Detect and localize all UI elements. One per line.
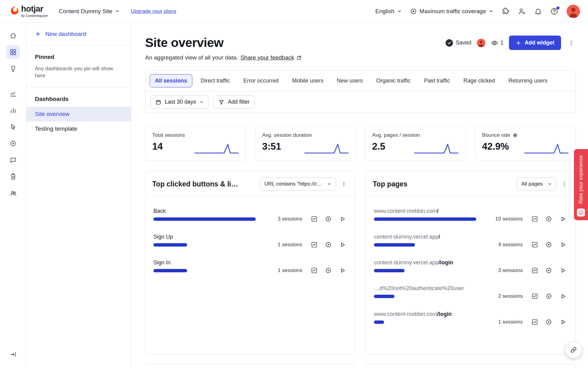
tab-new-users[interactable]: New users xyxy=(332,74,368,87)
heatmap-icon[interactable] xyxy=(324,240,333,249)
tab-all-sessions[interactable]: All sessions xyxy=(150,74,192,87)
heatmap-icon[interactable] xyxy=(544,266,553,275)
language-selector[interactable]: English xyxy=(375,8,402,15)
add-widget-button[interactable]: Add widget xyxy=(509,36,561,50)
trends-chart-icon[interactable] xyxy=(310,240,319,249)
trends-chart-icon[interactable] xyxy=(310,214,319,224)
row-actions: 10 sessions xyxy=(495,214,567,224)
heatmap-icon[interactable] xyxy=(324,214,333,224)
play-recording-icon[interactable] xyxy=(338,214,347,224)
bar-track xyxy=(374,295,476,298)
hotjar-logo[interactable]: hotjar by Contentsquare xyxy=(9,5,48,17)
tab-mobile-users[interactable]: Mobile users xyxy=(287,74,329,87)
trends-chart-icon[interactable] xyxy=(530,292,539,301)
nav-feedback[interactable] xyxy=(6,153,20,167)
tab-paid-traffic[interactable]: Paid traffic xyxy=(419,74,455,87)
site-selector[interactable]: Content Dummy Site xyxy=(59,8,120,15)
heatmap-icon[interactable] xyxy=(324,266,333,275)
trends-chart-icon[interactable] xyxy=(530,214,539,224)
traffic-coverage-selector[interactable]: Maximum traffic coverage xyxy=(410,8,493,15)
user-avatar[interactable] xyxy=(567,5,580,18)
tab-direct-traffic[interactable]: Direct traffic xyxy=(195,74,235,87)
help-button[interactable] xyxy=(550,7,558,15)
url-filter-select[interactable]: URL contains "https://c… xyxy=(260,178,336,190)
nav-surveys[interactable] xyxy=(6,170,20,183)
bar-track xyxy=(374,320,476,324)
row-main: www.content-mobbin.com/ xyxy=(374,208,495,221)
url-domain: www.content-mobbin.com xyxy=(374,311,437,317)
feedback-link-label: Share your feedback xyxy=(240,54,294,61)
nav-recordings[interactable] xyxy=(6,120,20,134)
heatmap-icon[interactable] xyxy=(544,214,553,224)
trends-chart-icon[interactable] xyxy=(530,266,539,275)
sidebar-item-testing-template[interactable]: Testing template xyxy=(26,121,131,136)
play-recording-icon[interactable] xyxy=(558,266,567,275)
nav-funnels[interactable] xyxy=(6,104,20,117)
nav-heatmaps[interactable] xyxy=(6,137,20,150)
invite-member-button[interactable] xyxy=(518,7,526,15)
tab-organic-traffic[interactable]: Organic traffic xyxy=(371,74,416,87)
viewer-avatar[interactable] xyxy=(477,39,485,47)
nav-home[interactable] xyxy=(6,29,20,42)
nav-trends[interactable] xyxy=(6,87,20,101)
viewer-count-value: 1 xyxy=(500,40,503,46)
add-filter-button[interactable]: Add filter xyxy=(213,95,254,109)
play-recording-icon[interactable] xyxy=(338,240,347,249)
smiley-icon xyxy=(577,209,585,217)
info-icon[interactable] xyxy=(512,132,518,138)
panel-menu-button[interactable] xyxy=(560,180,569,188)
trends-chart-icon[interactable] xyxy=(530,240,539,249)
date-range-picker[interactable]: Last 30 days xyxy=(150,95,209,109)
heatmap-icon[interactable] xyxy=(544,240,553,249)
url-domain: content-dummy.vercel.app xyxy=(374,234,439,240)
sessions-count: 3 sessions xyxy=(495,267,523,274)
url-path: /login xyxy=(439,259,453,266)
rate-experience-tab[interactable]: Rate your experience xyxy=(574,149,588,220)
collapse-sidebar-button[interactable] xyxy=(6,348,20,361)
play-recording-icon[interactable] xyxy=(558,240,567,249)
heatmap-icon[interactable] xyxy=(544,317,553,327)
recordings-cursor-icon xyxy=(9,123,17,131)
nav-interviews[interactable] xyxy=(6,186,20,200)
viewers-count[interactable]: 1 xyxy=(491,39,503,47)
stats-row: Total sessions 14 Avg. session duration … xyxy=(145,126,576,161)
row-actions: 1 sessions xyxy=(495,317,567,327)
users-icon xyxy=(9,190,17,197)
share-link-button[interactable] xyxy=(565,342,582,358)
clicked-row: Sign Up 1 sessions xyxy=(153,234,347,247)
integrations-button[interactable] xyxy=(502,7,510,15)
row-actions: 4 sessions xyxy=(495,240,567,249)
page-menu-button[interactable] xyxy=(567,38,576,48)
heatmap-icon[interactable] xyxy=(544,292,553,301)
play-recording-icon[interactable] xyxy=(558,292,567,301)
panel-menu-button[interactable] xyxy=(340,180,348,188)
tab-rage-clicked[interactable]: Rage clicked xyxy=(458,74,500,87)
hotjar-flame-icon xyxy=(9,5,20,15)
widgets-row: Top clicked buttons & li… URL contains "… xyxy=(145,171,576,355)
stat-label: Bounce rate xyxy=(482,132,510,138)
pages-filter-select[interactable]: All pages xyxy=(517,178,556,190)
stat-card-avg-session-duration: Avg. session duration 3:51 xyxy=(255,126,356,161)
upgrade-plans-link[interactable]: Upgrade your plans xyxy=(131,8,176,14)
page-header: Site overview Saved 1 Add widget xyxy=(145,36,576,50)
sessions-bar xyxy=(153,217,256,221)
url-filter-value: URL contains "https://c… xyxy=(264,181,322,187)
trends-chart-icon[interactable] xyxy=(530,317,539,327)
nav-highlights[interactable] xyxy=(6,62,20,75)
sidebar-item-site-overview[interactable]: Site overview xyxy=(26,107,131,121)
header-actions: Saved 1 Add widget xyxy=(446,36,576,50)
tab-returning-users[interactable]: Returning users xyxy=(503,74,552,87)
sessions-count: 1 sessions xyxy=(274,267,302,274)
notifications-button[interactable] xyxy=(534,7,542,15)
tab-error-occurred[interactable]: Error occurred xyxy=(238,74,284,87)
bar-track xyxy=(374,243,476,247)
notification-dot xyxy=(556,6,560,10)
trends-chart-icon[interactable] xyxy=(310,266,319,275)
play-recording-icon[interactable] xyxy=(558,214,567,224)
new-dashboard-button[interactable]: New dashboard xyxy=(26,23,131,45)
play-recording-icon[interactable] xyxy=(558,317,567,327)
nav-dashboards[interactable] xyxy=(6,45,20,59)
play-recording-icon[interactable] xyxy=(338,266,347,275)
stat-label: Avg. pages / session xyxy=(372,132,459,138)
share-feedback-link[interactable]: Share your feedback xyxy=(240,54,302,61)
